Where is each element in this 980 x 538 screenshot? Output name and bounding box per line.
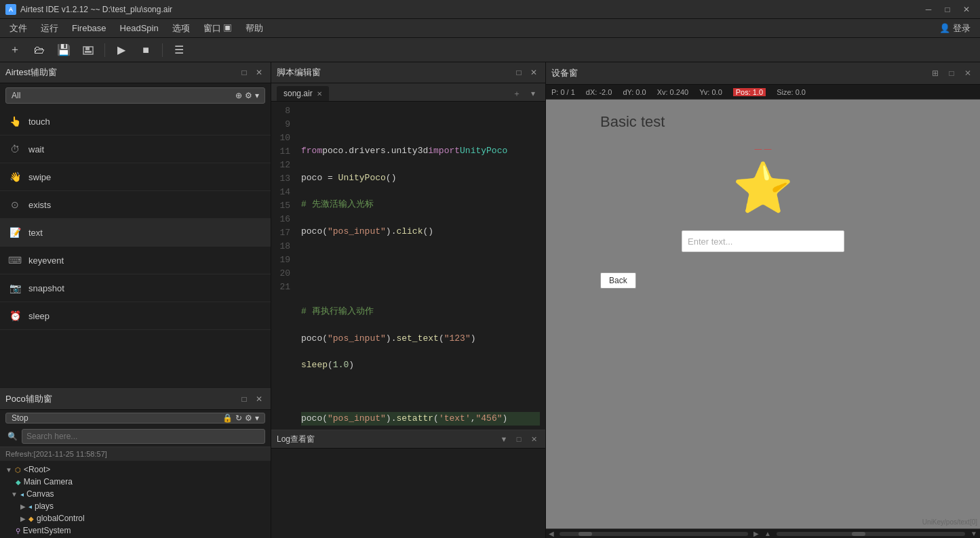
menu-run[interactable]: 运行 [34,20,65,37]
menu-headspin[interactable]: HeadSpin [113,20,165,36]
toolbar-save[interactable]: 💾 [54,41,73,60]
plays-label: plays [35,501,54,511]
sleep-label: sleep [28,311,50,321]
editor-expand-btn[interactable]: □ [513,66,525,79]
log-panel-title: Log查看窗 [277,434,315,445]
toolbar-separator [104,43,105,57]
menu-file[interactable]: 文件 [3,20,34,37]
tree-item-canvas[interactable]: ▼ ◂ Canvas [0,488,271,500]
airtest-item-snapshot[interactable]: 📷 snapshot [0,274,271,302]
log-close-btn[interactable]: ✕ [528,433,540,445]
scrollbar-track-h[interactable] [560,532,748,536]
tree-item-plays[interactable]: ▶ ◂ plays [0,500,271,512]
log-expand-btn[interactable]: □ [513,433,525,445]
airtest-item-swipe[interactable]: 👋 swipe [0,163,271,191]
menu-options[interactable]: 选项 [165,20,197,37]
code-editor[interactable]: 8 9 10 11 12 13 14 15 16 17 18 19 20 21 … [271,102,545,430]
line-numbers: 8 9 10 11 12 13 14 15 16 17 18 19 20 21 [271,102,296,430]
poco-panel-title: Poco辅助窗 [5,393,52,405]
scrollbar-track-v[interactable] [777,532,965,536]
window-title: Airtest IDE v1.2.12 ~~ D:\test_plu\song.… [20,5,172,14]
airtest-item-wait[interactable]: ⏱ wait [0,136,271,163]
menu-window[interactable]: 窗口 ▣ [197,20,239,37]
device-panel-header: 设备窗 ⊞ □ ✕ [546,62,980,85]
editor-tab-song[interactable]: song.air ✕ [277,86,329,101]
airtest-panel-title: Airtest辅助窗 [5,66,57,79]
globalcontrol-label: globalControl [37,514,85,523]
exists-icon: ⊙ [8,198,22,211]
code-line-19: poco("pos_input").setattr('text',"456") [301,412,540,426]
settings2-icon: ⚙ [245,413,252,423]
user-icon: 👤 [939,23,950,33]
globalcontrol-icon: ◆ [28,515,34,522]
log-content [271,449,545,459]
toolbar-new[interactable]: ＋ [5,41,24,60]
maximize-button[interactable]: □ [939,3,956,16]
touch-label: touch [28,117,50,127]
poco-expand-btn[interactable]: □ [238,393,250,405]
close-button[interactable]: ✕ [958,3,975,16]
airtest-list: 👆 touch ⏱ wait 👋 swipe ⊙ exists 📝 t [0,108,271,388]
tree-item-maincamera[interactable]: ◆ Main Camera [0,476,271,488]
airtest-item-sleep[interactable]: ⏰ sleep [0,302,271,330]
airtest-item-exists[interactable]: ⊙ exists [0,191,271,219]
editor-panel-header: 脚本编辑窗 □ ✕ [271,62,545,83]
toolbar-stop[interactable]: ■ [136,41,155,60]
record-icon: ⊕ [235,91,242,100]
device-close-btn[interactable]: ✕ [961,66,975,80]
airtest-close-btn[interactable]: ✕ [253,66,265,79]
airtest-item-keyevent[interactable]: ⌨ keyevent [0,247,271,274]
camera-toggle [11,478,13,486]
login-button[interactable]: 👤 登录 [933,20,977,37]
minimize-button[interactable]: ─ [920,3,937,16]
swipe-label: swipe [28,172,51,182]
toolbar-menu[interactable]: ☰ [170,41,189,60]
chevron-icon: ▾ [255,91,259,100]
toolbar-separator-2 [162,43,163,57]
editor-add-tab[interactable]: ＋ [510,87,524,100]
scroll-right[interactable]: ▶ [753,530,759,537]
status-xv: Xv: 0.240 [657,88,688,96]
root-toggle[interactable]: ▼ [5,466,12,474]
poco-search-input[interactable] [26,432,260,441]
tree-item-eventsystem[interactable]: ⚲ EventSystem [0,524,271,537]
eventsystem-icon: ⚲ [16,527,20,535]
tree-item-globalcontrol[interactable]: ▶ ◆ globalControl [0,512,271,524]
tree-item-root[interactable]: ▼ ⬡ <Root> [0,463,271,476]
snapshot-icon: 📷 [8,281,22,295]
airtest-item-touch[interactable]: 👆 touch [0,108,271,136]
device-screen[interactable]: Basic test — — ⭐ Enter text... Back UniK… [546,100,980,529]
scroll-down[interactable]: ▼ [971,530,977,537]
tab-close-song[interactable]: ✕ [317,90,322,98]
game-back-button[interactable]: Back [600,272,636,289]
airtest-filter-dropdown[interactable]: All ⊕ ⚙ ▾ [5,87,265,104]
device-expand-btn[interactable]: □ [945,66,958,80]
scroll-up[interactable]: ▲ [764,530,771,537]
toolbar-open[interactable]: 🗁 [30,41,49,60]
game-text-input[interactable]: Enter text... [682,230,844,252]
poco-close-btn[interactable]: ✕ [253,393,265,405]
canvas-toggle[interactable]: ▼ [11,491,18,498]
game-title: Basic test [600,113,665,131]
toolbar-save-all[interactable] [79,41,98,60]
text-icon: 📝 [8,226,22,239]
log-filter-btn[interactable]: ▼ [498,433,510,445]
menu-help[interactable]: 帮助 [239,20,270,37]
editor-close-btn[interactable]: ✕ [528,66,540,79]
airtest-item-text[interactable]: 📝 text [0,219,271,247]
toolbar-run[interactable]: ▶ [112,41,131,60]
poco-mode-dropdown[interactable]: Stop 🔒 ↻ ⚙ ▾ [5,413,265,423]
plays-icon: ◂ [28,503,32,510]
airtest-expand-btn[interactable]: □ [238,66,250,79]
code-line-11: # 先激活输入光标 [301,198,540,211]
plays-toggle[interactable]: ▶ [20,503,26,510]
code-content[interactable]: from poco.drivers.unity3d import UnityPo… [296,102,545,430]
device-screenshot-btn[interactable]: ⊞ [928,66,942,80]
editor-tab-menu[interactable]: ▾ [526,87,540,100]
scrollbar-thumb-v [852,532,865,536]
globalcontrol-toggle[interactable]: ▶ [20,515,26,522]
scroll-left[interactable]: ◀ [549,530,554,537]
menu-firebase[interactable]: Firebase [65,20,113,36]
tab-label-song: song.air [283,89,313,98]
camera-icon: ◆ [16,478,21,486]
